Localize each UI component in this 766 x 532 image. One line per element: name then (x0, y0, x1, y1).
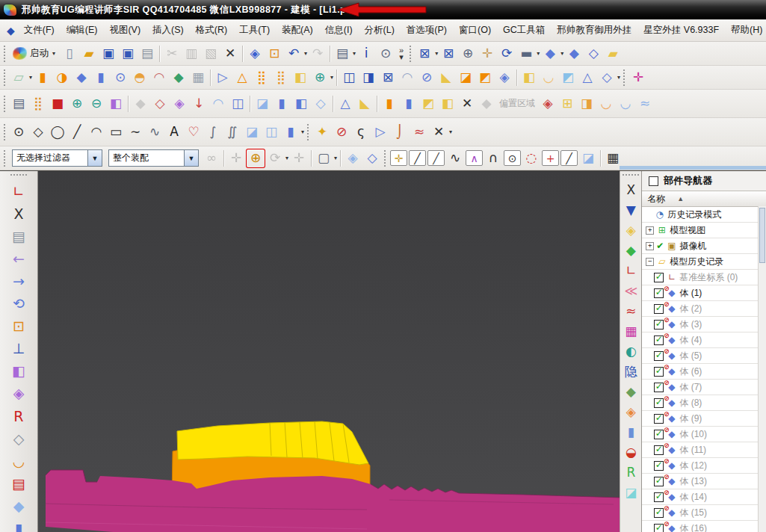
revolve-button[interactable]: ◑ (53, 69, 71, 87)
undo-button-caret[interactable]: ▾ (304, 50, 307, 57)
subtract-button[interactable]: ◨ (359, 69, 377, 87)
cube-trim-button[interactable]: ◧ (292, 95, 310, 113)
snap-end-point-button[interactable]: ╱ (409, 150, 426, 166)
open-button[interactable]: ▰ (80, 45, 98, 63)
bounding-box-button[interactable]: ◈ (8, 385, 29, 402)
snap-quadrant-point-button[interactable]: ◌ (522, 149, 540, 167)
sketch-button-caret[interactable]: ▾ (29, 74, 32, 81)
body-8-checkbox[interactable]: ✓ (654, 398, 664, 408)
quick-pick-button[interactable]: ◈ (344, 149, 362, 167)
snap-grab-button[interactable]: ✛ (290, 149, 308, 167)
body-15-checkbox[interactable]: ✓ (654, 508, 664, 518)
offset-face-button[interactable]: ◩ (476, 69, 494, 87)
mold-gate-button[interactable]: ▼ (622, 202, 640, 218)
tree-item-body-11[interactable]: ✓◆⊘体 (11) (642, 442, 759, 458)
divide-curve-button[interactable]: ς (352, 123, 370, 141)
copy-button[interactable]: ▥ (182, 45, 200, 63)
window-layout-button[interactable]: ▤ (333, 45, 351, 63)
tree-item-body-4[interactable]: ✓◆⊘体 (4) (642, 332, 759, 348)
snap-ball-button[interactable]: ⊕ (247, 149, 265, 167)
cameras-check-icon[interactable]: ✔ (656, 241, 664, 251)
polygon-button[interactable]: ◇ (29, 123, 47, 141)
selection-scope-select-dropdown-icon[interactable]: ▼ (184, 150, 198, 166)
body-3-checkbox[interactable]: ✓ (654, 320, 664, 330)
body-2-checkbox[interactable]: ✓ (654, 304, 664, 314)
sphere-button-caret[interactable]: ▾ (617, 74, 620, 81)
pattern-face-button[interactable]: ⣿ (253, 69, 271, 87)
zoom-box-button[interactable]: ⊠ (439, 45, 457, 63)
menu-item-13[interactable]: 邢帅教育御用外挂 (551, 21, 637, 40)
new-file-button[interactable]: ▯ (61, 45, 78, 63)
snap-point-on-face-button[interactable]: ◪ (579, 149, 597, 167)
tree-item-datum-csys[interactable]: ✓∟基准坐标系 (0) (642, 270, 759, 285)
section-curve-button[interactable]: ◫ (262, 123, 280, 141)
curve-delete-button[interactable]: ✕ (430, 123, 448, 141)
pull-face-button[interactable]: ◣ (356, 95, 374, 113)
block-button[interactable]: ◆ (72, 69, 90, 87)
tree-item-body-1[interactable]: ✓◆⊘体 (1) (642, 285, 759, 301)
extract-curve-button-caret[interactable]: ▾ (301, 129, 304, 135)
mirror-body-button[interactable]: ⊞ (558, 95, 576, 113)
tree-item-body-8[interactable]: ✓◆⊘体 (8) (642, 395, 759, 411)
tree-item-model-views[interactable]: +⊞模型视图 (642, 223, 759, 238)
cyan-face-button[interactable]: ◪ (622, 484, 640, 501)
replace-face-button[interactable]: ◈ (539, 95, 557, 113)
split-body-button[interactable]: ◣ (437, 69, 455, 87)
tree-item-body-6[interactable]: ✓◆⊘体 (6) (642, 364, 759, 380)
fold-button[interactable]: ◨ (578, 95, 596, 113)
tree-item-body-16[interactable]: ✓◆⊘体 (16) (642, 521, 759, 532)
sketch-button[interactable]: ▱ (10, 69, 28, 87)
menu-item-6[interactable]: 工具(T) (233, 21, 276, 40)
toolbar-grip[interactable] (3, 123, 6, 140)
snap-drag-button[interactable]: ✛ (227, 149, 245, 167)
snap-rotate-button[interactable]: ⟳ (266, 149, 284, 167)
menu-item-3[interactable]: 视图(V) (103, 21, 146, 40)
hole-button[interactable]: ⊙ (111, 69, 129, 87)
combined-projection-button[interactable]: ∬ (223, 123, 241, 141)
unite-button[interactable]: ◫ (340, 69, 358, 87)
region-button[interactable]: ♡ (185, 123, 203, 141)
body-14-checkbox[interactable]: ✓ (654, 492, 664, 502)
snap-mid-point-button[interactable]: ╱ (427, 150, 445, 166)
tree-item-body-12[interactable]: ✓◆⊘体 (12) (642, 458, 759, 474)
drop-curve-button[interactable]: ↓ (190, 95, 208, 113)
trim-curve-button[interactable]: ⊘ (333, 123, 350, 141)
body-13-checkbox[interactable]: ✓ (654, 477, 664, 486)
tree-item-model-history[interactable]: −▱模型历史记录 (642, 254, 759, 270)
tree-item-body-3[interactable]: ✓◆⊘体 (3) (642, 317, 759, 332)
clipped-edge-button[interactable]: ▰ (604, 45, 622, 63)
shaded-button-caret[interactable]: ▾ (560, 50, 563, 57)
shaded-edges-button[interactable]: ◆ (565, 45, 583, 63)
part-navigator-icon[interactable] (649, 176, 658, 186)
tree-item-body-7[interactable]: ✓◆⊘体 (7) (642, 380, 759, 395)
pattern-points-button[interactable]: ⣿ (29, 95, 47, 113)
snap-tangent-point-button[interactable]: ∩ (484, 149, 502, 167)
box-shell-button[interactable]: ◧ (439, 95, 457, 113)
marquee-select-button[interactable]: ▢ (315, 149, 333, 167)
toolbar-grip[interactable] (10, 173, 28, 176)
polyline-button[interactable]: ∿ (146, 123, 164, 141)
snap-curve-point-button[interactable]: ∿ (446, 149, 464, 167)
tube-button[interactable]: ▮ (273, 95, 291, 113)
menu-item-11[interactable]: 窗口(O) (453, 21, 497, 40)
snap-intersection-button[interactable]: + (542, 150, 559, 166)
grid-snap-button[interactable]: ▦ (604, 149, 622, 167)
tree-item-body-2[interactable]: ✓◆⊘体 (2) (642, 301, 759, 317)
body-11-checkbox[interactable]: ✓ (654, 445, 664, 455)
csys-abs-button[interactable]: ∟ (622, 262, 640, 279)
pipe-radius-button[interactable]: R (622, 464, 640, 480)
arc-button[interactable]: ◠ (87, 123, 105, 141)
pocket-button[interactable]: ◆ (170, 69, 188, 87)
cut-button[interactable]: ✂ (163, 45, 181, 63)
intersect-button[interactable]: ⊠ (379, 69, 397, 87)
navigator-scrollbar[interactable] (758, 206, 766, 532)
body-1-checkbox[interactable]: ✓ (654, 288, 664, 298)
iso-cube-button[interactable]: ◆ (622, 383, 640, 400)
synchronous-gray-button[interactable]: ◆ (478, 95, 495, 113)
scrollbar-thumb[interactable] (759, 208, 765, 263)
pad-button[interactable]: ◓ (131, 69, 149, 87)
patch-button[interactable]: ◪ (457, 69, 475, 87)
spline-button[interactable]: ∼ (126, 123, 144, 141)
toolbar-grip[interactable] (409, 45, 412, 62)
body-7-checkbox[interactable]: ✓ (654, 383, 664, 392)
